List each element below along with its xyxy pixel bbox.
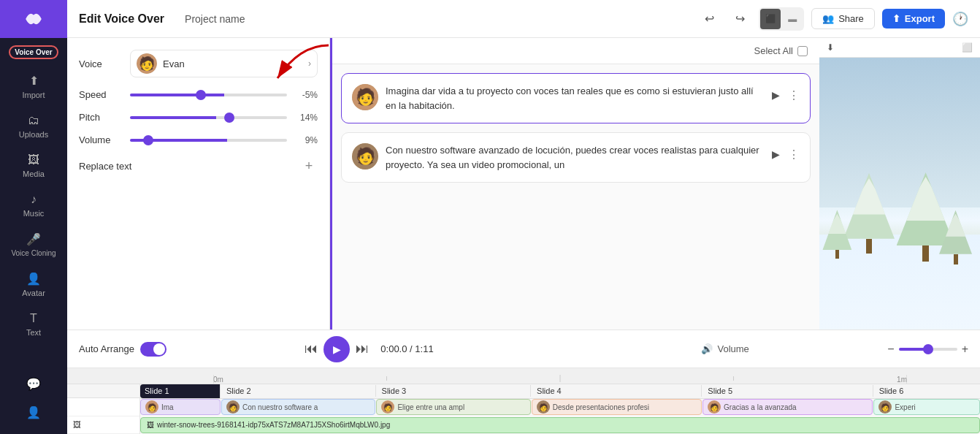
zoom-in-button[interactable]: + — [962, 343, 968, 356]
sidebar-item-import[interactable]: ⬆ Import — [0, 66, 67, 107]
sidebar-item-avatar[interactable]: 👤 Avatar — [0, 264, 67, 305]
sidebar-item-profile[interactable]: 👤 — [23, 398, 44, 427]
vo-clip-3[interactable]: 🧑 Elige entre una ampl — [376, 399, 530, 415]
voice-selector[interactable]: 🧑 Evan › — [130, 50, 318, 77]
media-track-row: 🖼 winter-snow-trees-9168141-idp75xATS7zM… — [140, 416, 980, 434]
vo-item-1-text: Imagina dar vida a tu proyecto con voces… — [386, 84, 760, 113]
volume-value: 9% — [294, 135, 318, 145]
slide-label-1[interactable]: Slide 1 — [140, 384, 221, 398]
speed-value: -5% — [294, 90, 318, 100]
undo-button[interactable]: ↩ — [697, 7, 721, 31]
toggle-thumb — [153, 343, 165, 355]
replace-text-add-button[interactable]: + — [300, 157, 318, 175]
sidebar-item-uploads[interactable]: 🗂 Uploads — [0, 107, 67, 146]
volume-slider[interactable] — [130, 139, 287, 142]
voice-name: Evan — [163, 58, 302, 69]
speed-slider[interactable] — [130, 94, 287, 96]
speed-label: Speed — [79, 89, 123, 100]
skip-forward-button[interactable]: ⏭ — [356, 341, 369, 357]
vo-clip-1[interactable]: 🧑 Ima — [140, 399, 221, 415]
view-monitor-button[interactable]: ⬛ — [760, 9, 781, 29]
play-pause-button[interactable]: ▶ — [324, 336, 350, 362]
voiceover-list: Select All 🧑 Imagina dar vida a tu proye… — [332, 38, 819, 330]
history-button[interactable]: 🕐 — [952, 11, 968, 27]
skip-back-button[interactable]: ⏮ — [305, 341, 318, 357]
import-icon: ⬆ — [29, 74, 39, 88]
track-label-vo — [67, 398, 139, 416]
slide-label-3[interactable]: Slide 3 — [376, 385, 532, 397]
voice-avatar: 🧑 — [137, 53, 157, 74]
slide-labels-row: Slide 1 Slide 2 Slide 3 Slide 4 — [140, 384, 980, 399]
tree-4-trunk — [954, 254, 958, 264]
replace-text-row[interactable]: Replace text + — [79, 157, 318, 175]
pitch-control-row: Pitch 14% — [79, 112, 318, 123]
pitch-slider[interactable] — [130, 116, 287, 119]
export-label: Export — [905, 13, 935, 24]
media-clip[interactable]: 🖼 winter-snow-trees-9168141-idp75xATS7zM… — [140, 417, 980, 433]
slide-label-2[interactable]: Slide 2 — [221, 385, 376, 397]
vo-avatar-face-2: 🧑 — [352, 143, 378, 170]
track-content-area: Slide 1 Slide 2 Slide 3 Slide 4 — [140, 384, 980, 434]
export-button[interactable]: ⬆ Export — [882, 9, 945, 28]
vo-item-2-more-button[interactable]: ⋮ — [788, 148, 800, 161]
content-area: Voice 🧑 Evan › Speed -5% — [67, 38, 980, 330]
sidebar-item-voice-cloning[interactable]: 🎤 Voice Cloning — [0, 225, 67, 264]
voice-avatar-face: 🧑 — [137, 53, 157, 74]
vo-clip-6[interactable]: 🧑 Experi — [873, 399, 980, 415]
sidebar-item-media[interactable]: 🖼 Media — [0, 146, 67, 186]
vo-item-2-play-button[interactable]: ▶ — [767, 146, 784, 162]
zoom-out-button[interactable]: − — [887, 343, 894, 356]
music-icon: ♪ — [31, 193, 37, 206]
tree-2-trunk — [922, 245, 929, 262]
speed-control-row: Speed -5% — [79, 89, 318, 100]
main-panel: Edit Voice Over Project name ↩ ↪ ⬛ ▬ 👥 S… — [67, 0, 980, 434]
volume-label: Volume — [717, 343, 749, 354]
auto-arrange-label: Auto Arrange — [79, 343, 134, 354]
voice-label: Voice — [79, 58, 123, 69]
zoom-control: − + — [887, 343, 968, 356]
app-logo — [0, 0, 67, 38]
tree-4-shape — [939, 210, 972, 254]
vo-clip-2[interactable]: 🧑 Con nuestro software a — [221, 399, 375, 415]
vo-item-1[interactable]: 🧑 Imagina dar vida a tu proyecto con voc… — [341, 73, 811, 123]
sidebar-label-music: Music — [23, 209, 45, 218]
sidebar-item-text[interactable]: T Text — [0, 305, 67, 344]
vo-clip-4[interactable]: 🧑 Desde presentaciones profesi — [532, 399, 702, 415]
auto-arrange-toggle[interactable] — [140, 342, 166, 357]
volume-label: Volume — [79, 134, 123, 145]
share-button[interactable]: 👥 Share — [811, 8, 875, 29]
sidebar: Voice Over ⬆ Import 🗂 Uploads 🖼 Media ♪ … — [0, 0, 67, 434]
clip-4-avatar: 🧑 — [537, 400, 550, 414]
clip-3-avatar: 🧑 — [381, 400, 394, 414]
slide-label-4[interactable]: Slide 4 — [531, 385, 702, 397]
zoom-slider[interactable] — [899, 348, 957, 351]
sidebar-item-chat[interactable]: 💬 — [23, 370, 44, 398]
clip-5-avatar: 🧑 — [708, 400, 721, 414]
snow-scene — [819, 58, 980, 330]
select-all-checkbox[interactable] — [797, 46, 808, 56]
page-title: Edit Voice Over — [79, 12, 164, 26]
view-list-button[interactable]: ▬ — [782, 9, 803, 29]
preview-expand-icon[interactable]: ⬜ — [962, 42, 973, 53]
export-icon: ⬆ — [892, 13, 900, 24]
sidebar-item-music[interactable]: ♪ Music — [0, 186, 67, 225]
select-all-row: Select All — [754, 45, 808, 56]
vo-item-1-more-button[interactable]: ⋮ — [788, 88, 800, 102]
clip-1-text: Ima — [161, 403, 174, 411]
tree-1-trunk — [866, 239, 872, 254]
chevron-right-icon: › — [308, 58, 311, 69]
playback-controls: ⏮ ▶ ⏭ 0:00.0 / 1:11 — [305, 336, 433, 362]
share-label: Share — [838, 13, 864, 24]
vo-clip-5[interactable]: 🧑 Gracias a la avanzada — [703, 399, 873, 415]
sidebar-item-voice-over[interactable]: Voice Over — [0, 38, 67, 66]
volume-slider-container — [130, 139, 287, 142]
sidebar-label-uploads: Uploads — [19, 130, 48, 139]
vo-item-1-play-button[interactable]: ▶ — [767, 87, 784, 103]
sidebar-label-text: Text — [26, 328, 41, 337]
slide-label-6[interactable]: Slide 6 — [873, 385, 980, 397]
slide-label-5[interactable]: Slide 5 — [702, 385, 873, 397]
redo-button[interactable]: ↪ — [728, 7, 751, 31]
vo-item-2[interactable]: 🧑 Con nuestro software avanzado de locuc… — [341, 132, 811, 183]
tree-4-snow — [942, 214, 970, 237]
vo-item-2-actions: ▶ ⋮ — [767, 146, 800, 162]
